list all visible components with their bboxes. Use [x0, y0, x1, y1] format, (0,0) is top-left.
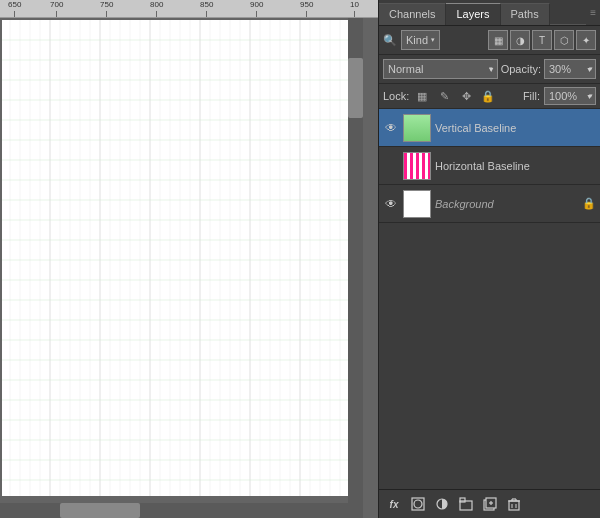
svg-rect-67 — [509, 501, 519, 510]
layers-toolbar: fx — [379, 489, 600, 518]
vertical-scrollbar[interactable] — [348, 18, 363, 503]
fx-button[interactable]: fx — [383, 493, 405, 515]
opacity-input[interactable]: 30% ▾ — [544, 59, 596, 79]
layer-name-horizontal-baseline: Horizontal Baseline — [435, 160, 596, 172]
layers-empty-area — [379, 223, 600, 303]
layer-name-background: Background — [435, 198, 578, 210]
type-icon-btn[interactable]: T — [532, 30, 552, 50]
ruler-tick: 950 — [300, 0, 313, 17]
kind-dropdown[interactable]: Kind ▾ — [401, 30, 440, 50]
new-layer-button[interactable] — [479, 493, 501, 515]
canvas-viewport[interactable] — [0, 18, 363, 503]
lock-image-btn[interactable]: ✎ — [435, 87, 453, 105]
add-mask-button[interactable] — [407, 493, 429, 515]
svg-point-59 — [414, 500, 422, 508]
blend-chevron-icon: ▾ — [489, 65, 493, 73]
fill-input[interactable]: 100% ▾ — [544, 87, 596, 105]
lock-pixels-btn[interactable]: ▦ — [413, 87, 431, 105]
layer-visibility-icon-bg[interactable]: 👁 — [383, 196, 399, 212]
lock-label: Lock: — [383, 90, 409, 102]
ruler-tick: 10 — [350, 0, 359, 17]
panel-menu-icon[interactable]: ≡ — [586, 5, 600, 20]
tab-paths[interactable]: Paths — [501, 3, 550, 25]
thumb-white-preview — [404, 191, 430, 217]
smart-icon-btn[interactable]: ✦ — [576, 30, 596, 50]
opacity-wrapper: 30% ▾ — [544, 59, 596, 79]
ruler-tick: 650 — [8, 0, 21, 17]
blend-row: Normal ▾ Opacity: 30% ▾ — [379, 55, 600, 84]
shape-icon-btn[interactable]: ⬡ — [554, 30, 574, 50]
layer-item-vertical-baseline[interactable]: 👁 Vertical Baseline — [379, 109, 600, 147]
blend-mode-wrapper: Normal ▾ — [383, 59, 498, 79]
layer-lock-icon: 🔒 — [582, 197, 596, 210]
new-group-button[interactable] — [455, 493, 477, 515]
layers-panel: Channels Layers Paths ≡ 🔍 Kind ▾ ▦ ◑ T ⬡… — [378, 0, 600, 518]
lock-row: Lock: ▦ ✎ ✥ 🔒 Fill: 100% ▾ — [379, 84, 600, 109]
thumb-stripes-preview — [404, 153, 430, 179]
canvas-grid — [2, 20, 360, 496]
layer-visibility-icon-hidden[interactable]: 👁 — [383, 158, 399, 174]
chevron-down-icon: ▾ — [431, 36, 435, 44]
layer-thumbnail — [403, 152, 431, 180]
opacity-chevron-icon: ▾ — [589, 65, 593, 73]
layer-visibility-icon[interactable]: 👁 — [383, 120, 399, 136]
lock-position-btn[interactable]: ✥ — [457, 87, 475, 105]
search-bar: 🔍 Kind ▾ ▦ ◑ T ⬡ ✦ — [379, 26, 600, 55]
ruler-tick: 900 — [250, 0, 263, 17]
thumb-green-preview — [404, 115, 430, 141]
lock-all-btn[interactable]: 🔒 — [479, 87, 497, 105]
adjust-icon-btn[interactable]: ◑ — [510, 30, 530, 50]
layer-thumbnail — [403, 114, 431, 142]
ruler-tick: 800 — [150, 0, 163, 17]
new-fill-button[interactable] — [431, 493, 453, 515]
panel-tabs: Channels Layers Paths ≡ — [379, 0, 600, 26]
layer-item-background[interactable]: 👁 Background 🔒 — [379, 185, 600, 223]
blend-mode-select[interactable]: Normal ▾ — [383, 59, 498, 79]
horizontal-scrollbar[interactable] — [0, 503, 363, 518]
fill-label: Fill: — [523, 90, 540, 102]
tab-channels[interactable]: Channels — [379, 3, 446, 25]
scrollbar-thumb[interactable] — [348, 58, 363, 118]
opacity-label: Opacity: — [501, 63, 541, 75]
ruler-tick: 700 — [50, 0, 63, 17]
h-scrollbar-thumb[interactable] — [60, 503, 140, 518]
fill-chevron-icon: ▾ — [589, 92, 593, 100]
ruler-tick: 850 — [200, 0, 213, 17]
layer-name-vertical-baseline: Vertical Baseline — [435, 122, 596, 134]
canvas-document — [2, 20, 360, 496]
search-icon: 🔍 — [383, 34, 397, 47]
layers-list[interactable]: 👁 Vertical Baseline 👁 Horizontal Baselin… — [379, 109, 600, 489]
ruler-tick: 750 — [100, 0, 113, 17]
fill-wrapper: 100% ▾ — [544, 87, 596, 105]
layer-item-horizontal-baseline[interactable]: 👁 Horizontal Baseline — [379, 147, 600, 185]
delete-layer-button[interactable] — [503, 493, 525, 515]
tab-layers[interactable]: Layers — [446, 3, 500, 25]
pixel-icon-btn[interactable]: ▦ — [488, 30, 508, 50]
ruler: 650 700 750 800 850 900 950 10 — [0, 0, 378, 18]
layer-thumbnail-bg — [403, 190, 431, 218]
canvas-area: 650 700 750 800 850 900 950 10 — [0, 0, 378, 518]
